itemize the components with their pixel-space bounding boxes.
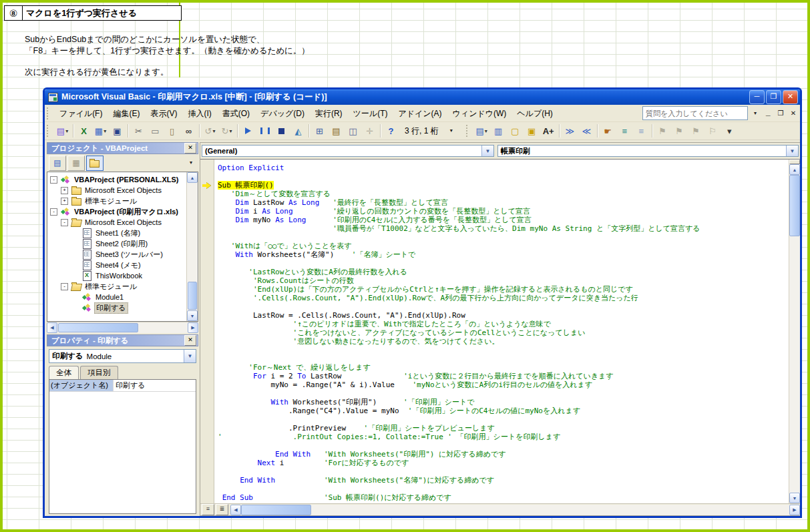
tree-expander-icon[interactable]: -	[50, 176, 57, 184]
property-value-cell[interactable]: 印刷する	[114, 380, 196, 391]
save-button[interactable]: ▣	[109, 123, 126, 139]
tree-item-vbaproject-xls-[interactable]: -VBAProject (印刷用マクロ.xls)	[47, 206, 186, 217]
menu-o[interactable]: 書式(O)	[217, 107, 255, 120]
maximize-button[interactable]: ❐	[766, 90, 781, 104]
menu-r[interactable]: 実行(R)	[310, 107, 348, 120]
scroll-up-icon[interactable]: ▲	[187, 172, 198, 183]
cut-button[interactable]: ✂	[130, 123, 147, 139]
project-panel-close-icon[interactable]: ✕	[184, 143, 196, 154]
std-toolbar-options-icon[interactable]: ▾	[446, 125, 457, 136]
project-explorer-button[interactable]: ⊞	[311, 123, 328, 139]
view-excel-button[interactable]: X	[75, 123, 92, 139]
scroll-right-icon[interactable]: ▶	[188, 322, 198, 333]
code-margin-indicator-bar[interactable]	[200, 160, 214, 503]
code-vscrollbar[interactable]: ▲ ▼	[789, 160, 800, 503]
copy-button[interactable]: ▭	[147, 123, 164, 139]
view-code-button[interactable]: ▤	[49, 156, 66, 171]
vbe-titlebar[interactable]: Microsoft Visual Basic - 印刷用マクロ.xls [中断]…	[45, 89, 800, 105]
tree-expander-icon[interactable]: -	[61, 219, 68, 226]
code-scroll-up-icon[interactable]: ▲	[789, 164, 800, 175]
splitter-box[interactable]	[789, 160, 800, 164]
complete-word-button[interactable]: A+	[540, 123, 557, 139]
list-properties-button[interactable]: ▤▾	[473, 123, 490, 139]
child-close-button[interactable]: ✕	[788, 108, 799, 119]
code-editor[interactable]: Option Explicit Sub 帳票印刷() 'Dim～として変数を宣言…	[214, 160, 789, 503]
tree-item-sheet1-[interactable]: Sheet1 (名簿)	[47, 228, 186, 238]
tree-item--[interactable]: +標準モジュール	[47, 196, 186, 206]
combo-dropdown-icon[interactable]: ▼	[184, 350, 196, 362]
hscroll-thumb[interactable]	[58, 323, 138, 332]
tree-expander-icon[interactable]: +	[61, 187, 68, 194]
dropdown-caret-icon[interactable]: ▾	[104, 128, 106, 134]
project-tree-hscrollbar[interactable]: ◀ ▶	[47, 322, 198, 333]
property-name-cell[interactable]: (オブジェクト名)	[49, 380, 114, 391]
dropdown-caret-icon[interactable]: ▾	[212, 128, 215, 134]
procedure-combo-dropdown-icon[interactable]: ▼	[786, 146, 798, 156]
design-mode-button[interactable]: ◭	[290, 123, 307, 139]
insert-userform-button[interactable]: ▤▾	[54, 123, 71, 139]
object-combo[interactable]: (General) ▼	[202, 145, 494, 157]
menu-t[interactable]: ツール(T)	[348, 107, 393, 120]
code-hscroll-thumb[interactable]	[241, 505, 311, 515]
edit-options-button[interactable]: ▾	[721, 123, 738, 139]
view-object-button[interactable]: ▦	[67, 156, 85, 171]
tree-item-module1[interactable]: Module1	[47, 292, 186, 302]
toggle-breakpoint-button[interactable]: ☛	[600, 123, 616, 139]
parameter-info-button[interactable]: ▣	[524, 123, 540, 139]
view-object-button[interactable]: ▦▾	[92, 123, 109, 139]
project-tree-vscrollbar[interactable]: ▲ ▼	[186, 172, 198, 321]
tree-item-microsoft-excel-objects[interactable]: -Microsoft Excel Objects	[47, 217, 186, 228]
code-hscrollbar[interactable]: ◀ ▶	[230, 505, 800, 515]
run-button[interactable]	[240, 123, 256, 139]
properties-panel-close-icon[interactable]: ✕	[184, 335, 196, 346]
code-scroll-right-icon[interactable]: ▶	[789, 505, 800, 515]
list-constants-button[interactable]: ▥	[490, 123, 507, 139]
menubar-grip[interactable]	[47, 107, 51, 119]
menu-a[interactable]: アドイン(A)	[393, 107, 447, 120]
tree-item-thisworkbook[interactable]: ThisWorkbook	[47, 270, 186, 281]
paste-button[interactable]: ▯	[164, 123, 180, 139]
tree-item--[interactable]: -標準モジュール	[47, 281, 186, 292]
tree-item-microsoft-excel-objects[interactable]: +Microsoft Excel Objects	[47, 185, 186, 196]
tree-item-sheet3-[interactable]: Sheet3 (ツールバー)	[47, 249, 186, 260]
menu-e[interactable]: 編集(E)	[108, 107, 145, 120]
menu-i[interactable]: 挿入(I)	[182, 107, 216, 120]
object-combo-dropdown-icon[interactable]: ▼	[481, 146, 493, 156]
object-browser-button[interactable]: ◫	[345, 123, 361, 139]
dropdown-caret-icon[interactable]: ▾	[229, 128, 232, 134]
tree-item-vbaproject-personal-xls-[interactable]: -VBAProject (PERSONAL.XLS)	[47, 174, 186, 185]
project-panel-caption[interactable]: プロジェクト - VBAProject ✕	[47, 142, 198, 154]
scroll-left-icon[interactable]: ◀	[47, 322, 57, 333]
tree-item-sheet4-[interactable]: Sheet4 (メモ)	[47, 260, 186, 270]
procedure-combo[interactable]: 帳票印刷 ▼	[497, 145, 799, 157]
dropdown-caret-icon[interactable]: ▾	[65, 128, 68, 134]
child-restore-button[interactable]: ❐	[775, 108, 786, 119]
menu-w[interactable]: ウィンドウ(W)	[447, 107, 512, 120]
toolbar-grip[interactable]	[47, 125, 51, 137]
code-scroll-left-icon[interactable]: ◀	[230, 505, 241, 515]
question-dropdown-icon[interactable]: ▾	[750, 108, 761, 119]
menu-f[interactable]: ファイル(F)	[54, 107, 108, 120]
property-row[interactable]: (オブジェクト名)印刷する	[49, 380, 196, 392]
break-button[interactable]	[256, 123, 273, 139]
question-input[interactable]	[642, 106, 748, 120]
properties-object-combo[interactable]: 印刷する Module ▼	[49, 349, 196, 363]
tree-expander-icon[interactable]: +	[61, 198, 68, 205]
tree-expander-icon[interactable]: -	[50, 208, 57, 216]
quick-info-button[interactable]: ▢	[507, 123, 524, 139]
menu-h[interactable]: ヘルプ(H)	[512, 107, 558, 120]
tree-expander-icon[interactable]: -	[61, 283, 68, 290]
uncomment-block-button[interactable]: ≡	[633, 123, 650, 139]
code-scroll-down-icon[interactable]: ▼	[789, 493, 800, 503]
properties-window-button[interactable]: ▤	[328, 123, 345, 139]
procedure-view-button[interactable]: ≡	[202, 504, 214, 515]
tree-item--[interactable]: 印刷する	[47, 302, 186, 313]
menu-d[interactable]: デバッグ(D)	[255, 107, 310, 120]
code-vscroll-thumb[interactable]	[789, 175, 800, 236]
tab-categorized[interactable]: 項目別	[80, 366, 118, 379]
menu-v[interactable]: 表示(V)	[145, 107, 182, 120]
project-toolbar-options-icon[interactable]: ▾	[186, 158, 196, 168]
tree-item-sheet2-[interactable]: Sheet2 (印刷用)	[47, 238, 186, 249]
close-button[interactable]: ✕	[783, 90, 798, 104]
edit-toolbar-grip[interactable]	[466, 125, 471, 137]
